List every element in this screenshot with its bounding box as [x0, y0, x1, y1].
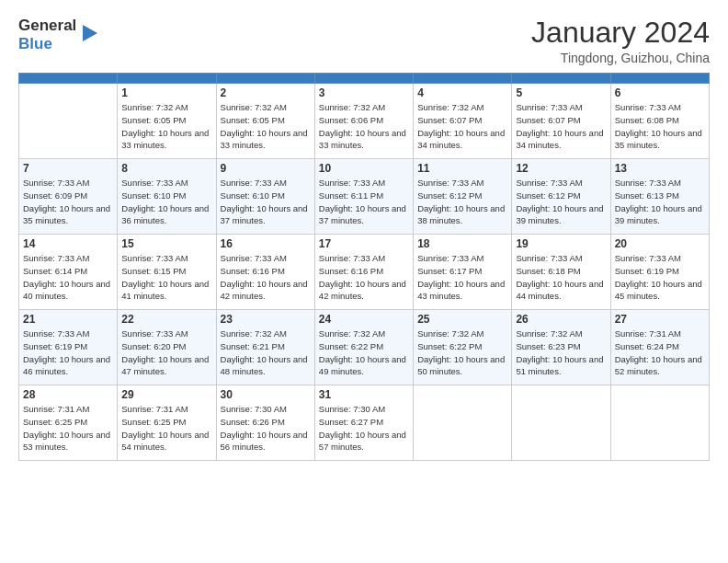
- calendar-cell: 2 Sunrise: 7:32 AM Sunset: 6:05 PM Dayli…: [216, 84, 314, 159]
- daylight-text: Daylight: 10 hours and 52 minutes.: [615, 354, 702, 377]
- header-sunday: [19, 74, 118, 84]
- calendar-cell: 1 Sunrise: 7:32 AM Sunset: 6:05 PM Dayli…: [118, 84, 216, 159]
- daylight-text: Daylight: 10 hours and 51 minutes.: [516, 354, 603, 377]
- daylight-text: Daylight: 10 hours and 56 minutes.: [221, 430, 308, 453]
- day-number: 10: [319, 162, 409, 175]
- day-number: 28: [23, 388, 113, 401]
- sunrise-text: Sunrise: 7:33 AM: [23, 328, 89, 339]
- calendar-cell: 10 Sunrise: 7:33 AM Sunset: 6:11 PM Dayl…: [314, 159, 413, 235]
- sunrise-text: Sunrise: 7:33 AM: [417, 253, 483, 263]
- day-info: Sunrise: 7:32 AM Sunset: 6:23 PM Dayligh…: [516, 327, 606, 378]
- day-number: 17: [319, 237, 409, 250]
- day-info: Sunrise: 7:31 AM Sunset: 6:24 PM Dayligh…: [615, 327, 705, 378]
- day-info: Sunrise: 7:33 AM Sunset: 6:13 PM Dayligh…: [615, 177, 705, 227]
- location-subtitle: Tingdong, Guizhou, China: [531, 51, 710, 65]
- day-number: 26: [516, 313, 606, 326]
- day-info: Sunrise: 7:33 AM Sunset: 6:11 PM Dayligh…: [319, 177, 409, 227]
- calendar-cell: 17 Sunrise: 7:33 AM Sunset: 6:16 PM Dayl…: [314, 235, 413, 310]
- top-section: General Blue January 2024 Tingdong, Guiz…: [18, 17, 710, 65]
- day-info: Sunrise: 7:33 AM Sunset: 6:19 PM Dayligh…: [23, 327, 113, 378]
- sunrise-text: Sunrise: 7:33 AM: [121, 253, 188, 263]
- sunset-text: Sunset: 6:06 PM: [319, 115, 383, 125]
- calendar-cell: 12 Sunrise: 7:33 AM Sunset: 6:12 PM Dayl…: [512, 159, 610, 235]
- sunset-text: Sunset: 6:10 PM: [221, 190, 285, 201]
- logo: General Blue: [18, 17, 99, 52]
- day-number: 18: [417, 237, 507, 250]
- day-number: 9: [221, 162, 311, 175]
- sunrise-text: Sunrise: 7:33 AM: [23, 178, 89, 188]
- day-number: 1: [121, 86, 211, 99]
- page: General Blue January 2024 Tingdong, Guiz…: [0, 0, 728, 563]
- daylight-text: Daylight: 10 hours and 43 minutes.: [417, 279, 505, 302]
- header-thursday: [414, 74, 512, 84]
- sunset-text: Sunset: 6:21 PM: [221, 341, 285, 351]
- calendar-week-row: 14 Sunrise: 7:33 AM Sunset: 6:14 PM Dayl…: [19, 235, 710, 310]
- calendar-cell: [414, 385, 512, 461]
- calendar-cell: 5 Sunrise: 7:33 AM Sunset: 6:07 PM Dayli…: [512, 84, 610, 159]
- day-info: Sunrise: 7:32 AM Sunset: 6:22 PM Dayligh…: [417, 327, 507, 378]
- sunset-text: Sunset: 6:27 PM: [319, 417, 383, 427]
- header-wednesday: [314, 74, 413, 84]
- day-number: 8: [121, 162, 211, 175]
- sunset-text: Sunset: 6:07 PM: [516, 115, 580, 125]
- day-number: 14: [23, 237, 113, 250]
- daylight-text: Daylight: 10 hours and 33 minutes.: [121, 128, 209, 151]
- day-info: Sunrise: 7:33 AM Sunset: 6:18 PM Dayligh…: [516, 252, 606, 303]
- day-number: 4: [417, 86, 507, 99]
- calendar-cell: 16 Sunrise: 7:33 AM Sunset: 6:16 PM Dayl…: [216, 235, 314, 310]
- logo-arrow-icon: [79, 23, 99, 43]
- day-info: Sunrise: 7:33 AM Sunset: 6:10 PM Dayligh…: [221, 177, 311, 227]
- day-number: 21: [23, 313, 113, 326]
- day-info: Sunrise: 7:32 AM Sunset: 6:07 PM Dayligh…: [417, 101, 507, 152]
- sunset-text: Sunset: 6:14 PM: [23, 266, 87, 276]
- sunrise-text: Sunrise: 7:31 AM: [121, 404, 188, 414]
- daylight-text: Daylight: 10 hours and 39 minutes.: [615, 203, 702, 226]
- sunset-text: Sunset: 6:25 PM: [23, 417, 87, 427]
- day-number: 19: [516, 237, 606, 250]
- sunset-text: Sunset: 6:12 PM: [417, 190, 482, 201]
- calendar-cell: 14 Sunrise: 7:33 AM Sunset: 6:14 PM Dayl…: [19, 235, 118, 310]
- calendar-table: 1 Sunrise: 7:32 AM Sunset: 6:05 PM Dayli…: [18, 73, 710, 461]
- sunset-text: Sunset: 6:17 PM: [417, 266, 482, 276]
- day-info: Sunrise: 7:31 AM Sunset: 6:25 PM Dayligh…: [23, 403, 113, 454]
- header-row: [19, 74, 710, 84]
- daylight-text: Daylight: 10 hours and 44 minutes.: [516, 279, 603, 302]
- daylight-text: Daylight: 10 hours and 33 minutes.: [319, 128, 406, 151]
- day-info: Sunrise: 7:33 AM Sunset: 6:17 PM Dayligh…: [417, 252, 507, 303]
- logo-container: General Blue: [18, 17, 99, 52]
- sunrise-text: Sunrise: 7:31 AM: [23, 404, 89, 414]
- day-number: 29: [121, 388, 211, 401]
- sunset-text: Sunset: 6:15 PM: [121, 266, 186, 276]
- day-info: Sunrise: 7:32 AM Sunset: 6:05 PM Dayligh…: [121, 101, 211, 152]
- sunrise-text: Sunrise: 7:32 AM: [221, 328, 287, 339]
- sunrise-text: Sunrise: 7:32 AM: [417, 328, 483, 339]
- calendar-cell: 20 Sunrise: 7:33 AM Sunset: 6:19 PM Dayl…: [610, 235, 709, 310]
- day-info: Sunrise: 7:33 AM Sunset: 6:12 PM Dayligh…: [417, 177, 507, 227]
- calendar-cell: 28 Sunrise: 7:31 AM Sunset: 6:25 PM Dayl…: [19, 385, 118, 461]
- daylight-text: Daylight: 10 hours and 41 minutes.: [121, 279, 209, 302]
- sunrise-text: Sunrise: 7:33 AM: [516, 253, 582, 263]
- day-info: Sunrise: 7:33 AM Sunset: 6:19 PM Dayligh…: [615, 252, 705, 303]
- daylight-text: Daylight: 10 hours and 53 minutes.: [23, 430, 110, 453]
- sunset-text: Sunset: 6:16 PM: [319, 266, 383, 276]
- sunset-text: Sunset: 6:18 PM: [516, 266, 580, 276]
- daylight-text: Daylight: 10 hours and 54 minutes.: [121, 430, 209, 453]
- sunset-text: Sunset: 6:10 PM: [121, 190, 186, 201]
- calendar-week-row: 1 Sunrise: 7:32 AM Sunset: 6:05 PM Dayli…: [19, 84, 710, 159]
- day-number: 11: [417, 162, 507, 175]
- calendar-cell: 15 Sunrise: 7:33 AM Sunset: 6:15 PM Dayl…: [118, 235, 216, 310]
- sunrise-text: Sunrise: 7:33 AM: [516, 102, 582, 112]
- sunrise-text: Sunrise: 7:30 AM: [319, 404, 385, 414]
- day-info: Sunrise: 7:32 AM Sunset: 6:22 PM Dayligh…: [319, 327, 409, 378]
- sunset-text: Sunset: 6:05 PM: [121, 115, 186, 125]
- day-number: 30: [221, 388, 311, 401]
- daylight-text: Daylight: 10 hours and 46 minutes.: [23, 354, 110, 377]
- day-info: Sunrise: 7:33 AM Sunset: 6:14 PM Dayligh…: [23, 252, 113, 303]
- daylight-text: Daylight: 10 hours and 34 minutes.: [516, 128, 603, 151]
- sunrise-text: Sunrise: 7:33 AM: [221, 253, 287, 263]
- title-area: January 2024 Tingdong, Guizhou, China: [531, 17, 710, 65]
- day-info: Sunrise: 7:33 AM Sunset: 6:08 PM Dayligh…: [615, 101, 705, 152]
- calendar-cell: 25 Sunrise: 7:32 AM Sunset: 6:22 PM Dayl…: [414, 310, 512, 385]
- calendar-cell: 21 Sunrise: 7:33 AM Sunset: 6:19 PM Dayl…: [19, 310, 118, 385]
- sunrise-text: Sunrise: 7:33 AM: [23, 253, 89, 263]
